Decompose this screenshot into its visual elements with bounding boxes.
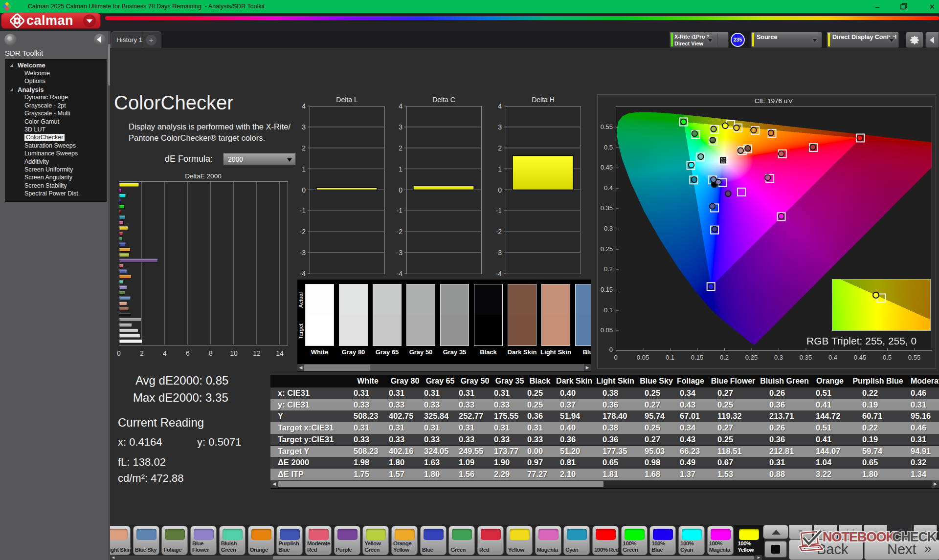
svg-text:-4: -4 [300,270,306,278]
svg-text:2: 2 [302,144,306,152]
svg-text:-3: -3 [300,249,306,257]
svg-text:2: 2 [140,349,144,357]
svg-text:0: 0 [117,349,121,357]
svg-text:1: 1 [399,165,402,173]
svg-text:4: 4 [302,102,306,110]
svg-text:-2: -2 [300,228,306,236]
svg-text:14: 14 [276,349,284,357]
svg-text:Delta C: Delta C [432,96,455,104]
svg-text:4: 4 [163,349,167,357]
svg-text:12: 12 [253,349,261,357]
svg-text:NOTEBOOK: NOTEBOOK [823,530,896,544]
svg-text:-2: -2 [496,228,502,236]
svg-text:0: 0 [498,186,502,194]
svg-text:6: 6 [186,349,190,357]
svg-text:10: 10 [230,349,238,357]
svg-text:4: 4 [498,102,502,110]
svg-text:-1: -1 [397,207,403,215]
svg-text:1: 1 [302,165,306,173]
svg-text:1: 1 [498,165,502,173]
svg-text:-4: -4 [397,270,403,278]
svg-text:Delta H: Delta H [532,96,555,104]
svg-text:0: 0 [399,186,402,194]
svg-text:-4: -4 [496,270,502,278]
svg-text:2: 2 [498,144,502,152]
svg-text:-3: -3 [397,249,403,257]
svg-text:calman: calman [26,13,73,28]
svg-text:8: 8 [209,349,213,357]
svg-text:-3: -3 [496,249,502,257]
svg-text:3: 3 [302,123,306,131]
svg-text:-1: -1 [496,207,502,215]
svg-text:-2: -2 [397,228,403,236]
svg-text:3: 3 [399,123,402,131]
svg-text:-1: -1 [300,207,306,215]
svg-text:0: 0 [302,186,306,194]
svg-text:CHECK: CHECK [892,530,937,544]
svg-text:4: 4 [399,102,402,110]
svg-text:3: 3 [498,123,502,131]
svg-text:Delta L: Delta L [336,96,358,104]
svg-text:2: 2 [399,144,402,152]
